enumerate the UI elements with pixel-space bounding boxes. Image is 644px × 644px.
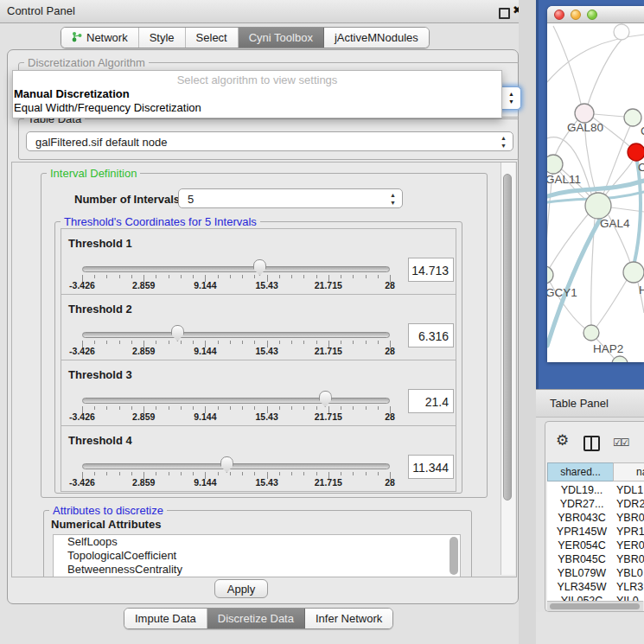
scale-label: 15.43: [241, 280, 293, 290]
combo-spinner-icon[interactable]: ▲▼: [390, 191, 396, 207]
network-icon: [72, 31, 82, 45]
network-edge[interactable]: [547, 35, 644, 82]
tab-cyni-toolbox[interactable]: Cyni Toolbox: [239, 28, 324, 48]
threshold-value-field[interactable]: 14.713: [408, 258, 454, 282]
minor-tick: [131, 472, 132, 475]
scale-label: 21.715: [303, 477, 354, 488]
cell-shared-name: YLR345W: [551, 580, 613, 594]
minor-tick: [94, 275, 95, 278]
tab-jactivemnodules[interactable]: jActiveMNodules: [324, 28, 429, 48]
slider-thumb[interactable]: [319, 391, 332, 407]
minor-tick: [156, 341, 156, 344]
numerical-attributes-list[interactable]: SelfLoopsTopologicalCoefficientBetweenne…: [53, 534, 461, 577]
table-row[interactable]: YBR043CYBR0: [547, 511, 644, 525]
float-window-icon[interactable]: [499, 8, 510, 19]
horizontal-scrollbar-thumb[interactable]: [550, 603, 640, 609]
network-node[interactable]: [612, 356, 628, 362]
network-node-label: GAL11: [547, 173, 581, 186]
dropdown-option-manual-discretization[interactable]: Manual Discretization: [13, 87, 501, 101]
network-window-titlebar[interactable]: [547, 6, 644, 23]
threshold-box-1: Threshold 1-3.4262.8599.14415.4321.71528…: [61, 228, 456, 295]
tab-infer-network[interactable]: Infer Network: [305, 609, 392, 628]
network-edge[interactable]: [596, 280, 627, 327]
minor-tick: [291, 275, 292, 278]
table-row[interactable]: YBR045CYBR0: [547, 552, 644, 566]
horizontal-scrollbar[interactable]: [547, 601, 643, 611]
network-edge[interactable]: [588, 40, 622, 105]
threshold-label: Threshold 3: [68, 368, 132, 381]
tab-style[interactable]: Style: [139, 28, 186, 48]
table-row[interactable]: YLR345WYLR3: [547, 580, 644, 594]
slider-thumb[interactable]: [253, 259, 266, 276]
slider-thumb[interactable]: [220, 456, 233, 473]
slider-track[interactable]: [82, 266, 390, 272]
minor-tick: [181, 341, 182, 344]
network-node[interactable]: [614, 24, 629, 40]
slider-track[interactable]: [82, 398, 390, 404]
threshold-value-field[interactable]: 11.344: [408, 455, 454, 479]
attribute-list-item[interactable]: BetweennessCentrality: [54, 563, 460, 577]
select-columns-checkboxes-icon[interactable]: ☑☑: [613, 437, 628, 449]
scale-label: 9.144: [179, 477, 231, 488]
cell-shared-name: YBR045C: [551, 552, 613, 566]
threshold-value-field[interactable]: 21.4: [408, 389, 454, 413]
slider-track[interactable]: [82, 463, 390, 469]
network-edge[interactable]: [547, 174, 552, 266]
table-row[interactable]: YER054CYER0: [547, 539, 644, 552]
minor-tick: [94, 341, 95, 344]
table-row[interactable]: YDL19...YDL1: [547, 483, 644, 497]
apply-button[interactable]: Apply: [214, 579, 268, 598]
tab-discretize-data[interactable]: Discretize Data: [207, 609, 305, 628]
tab-network[interactable]: Network: [61, 28, 139, 48]
minor-tick: [279, 472, 280, 475]
minimize-traffic-light[interactable]: [571, 10, 581, 20]
vertical-scrollbar-thumb[interactable]: [503, 174, 512, 501]
table-data-combobox[interactable]: galFiltered.sif default node ▲▼: [26, 131, 513, 151]
minor-tick: [378, 406, 379, 410]
attribute-list-item[interactable]: SelfLoops: [54, 535, 460, 549]
column-header-shared[interactable]: shared...: [547, 462, 614, 481]
network-canvas[interactable]: GAL80GCGAL11GAL4GCY1HHAP2: [547, 23, 644, 362]
network-node-gcy1[interactable]: [547, 266, 553, 284]
vertical-scrollbar[interactable]: [501, 163, 515, 575]
table-row[interactable]: YIL052CYIL0: [547, 594, 644, 601]
network-node-hap2[interactable]: [583, 325, 599, 341]
scale-label: 21.715: [303, 280, 354, 290]
column-header-name[interactable]: na: [613, 462, 644, 481]
table-row[interactable]: YDR27...YDR2: [547, 497, 644, 511]
number-of-intervals-combobox[interactable]: 5 ▲▼: [178, 188, 403, 208]
dropdown-hint-option[interactable]: Select algorithm to view settings: [13, 71, 501, 87]
combo-spinner-icon[interactable]: ▲▼: [501, 134, 507, 150]
cell-name: YBL0: [616, 566, 643, 580]
panel-divider[interactable]: [519, 0, 536, 644]
tab-impute-data[interactable]: Impute Data: [124, 609, 207, 628]
attribute-list-item[interactable]: TopologicalCoefficient: [54, 549, 460, 563]
network-edge[interactable]: [553, 26, 581, 104]
network-edge-thick[interactable]: [634, 162, 641, 262]
table-row[interactable]: YBL079WYBL0: [547, 566, 644, 580]
network-node-g[interactable]: [624, 109, 641, 126]
minor-tick: [193, 406, 194, 410]
column-layout-icon[interactable]: [583, 436, 600, 451]
tab-network-label: Network: [86, 31, 128, 44]
close-traffic-light[interactable]: [554, 10, 564, 20]
network-edge[interactable]: [549, 214, 589, 269]
network-node-h[interactable]: [623, 262, 644, 283]
zoom-traffic-light[interactable]: [587, 10, 597, 20]
network-node-gal11[interactable]: [547, 155, 563, 174]
table-row[interactable]: YPR145WYPR1: [547, 525, 644, 539]
tab-select[interactable]: Select: [186, 28, 239, 48]
slider-track[interactable]: [82, 332, 390, 338]
network-node-gal4[interactable]: [585, 193, 611, 219]
threshold-value-field[interactable]: 6.316: [408, 323, 454, 348]
dropdown-option-equal-width-frequency[interactable]: Equal Width/Frequency Discretization: [13, 101, 501, 115]
network-node-gal80[interactable]: [575, 104, 594, 123]
slider-thumb[interactable]: [171, 325, 184, 341]
network-edge[interactable]: [594, 114, 624, 117]
minor-tick: [169, 275, 169, 278]
gear-icon[interactable]: ⚙: [556, 433, 569, 448]
network-node-c[interactable]: [628, 143, 644, 161]
attributes-list-scrollbar[interactable]: [450, 537, 458, 575]
scale-label: 9.144: [179, 280, 231, 290]
table-panel-title: Table Panel: [550, 397, 609, 410]
